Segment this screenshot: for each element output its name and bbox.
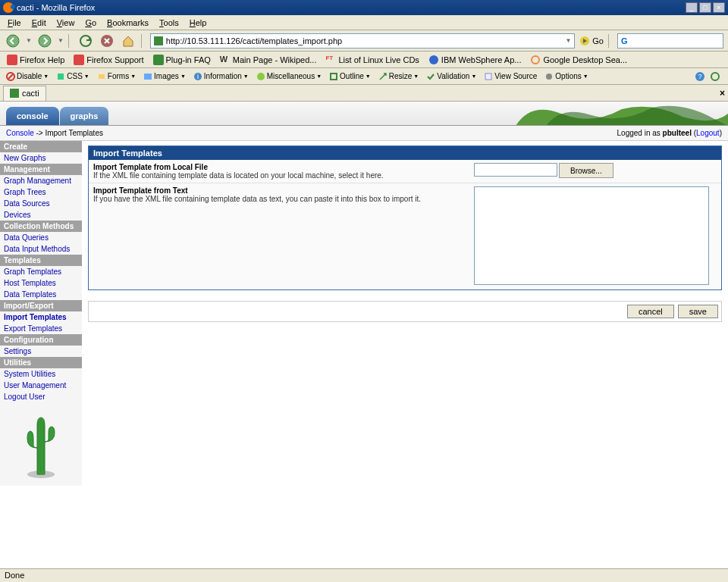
back-button[interactable]: [5, 33, 21, 49]
svg-point-18: [257, 73, 265, 80]
sidebar-logout-user[interactable]: Logout User: [0, 391, 82, 402]
sidebar-host-templates[interactable]: Host Templates: [0, 277, 82, 289]
tab-bar: cacti ×: [0, 85, 728, 102]
sidebar-data-input[interactable]: Data Input Methods: [0, 243, 82, 255]
bookmark-wikipedia[interactable]: WMain Page - Wikiped...: [216, 53, 321, 67]
sidebar-header-collection: Collection Methods: [0, 221, 82, 232]
menu-go[interactable]: Go: [80, 17, 101, 29]
url-bar[interactable]: ▼: [150, 33, 575, 48]
bookmark-firefox-support[interactable]: Firefox Support: [70, 53, 147, 67]
dev-outline[interactable]: Outline▼: [326, 70, 374, 83]
search-box[interactable]: G: [617, 33, 723, 48]
breadcrumb-current: Import Templates: [45, 129, 103, 137]
svg-rect-7: [74, 55, 84, 65]
close-button[interactable]: ×: [713, 2, 725, 13]
svg-rect-15: [144, 74, 152, 80]
dev-forms[interactable]: Forms▼: [94, 70, 139, 83]
breadcrumb-console[interactable]: Console: [6, 129, 34, 137]
sidebar-graph-management[interactable]: Graph Management: [0, 175, 82, 186]
file-path-input[interactable]: [474, 163, 557, 177]
sidebar-system-utilities[interactable]: System Utilities: [0, 368, 82, 380]
minimize-button[interactable]: _: [686, 2, 698, 13]
bookmark-firefox-help[interactable]: Firefox Help: [3, 53, 68, 67]
svg-point-1: [39, 35, 51, 47]
go-button[interactable]: Go: [579, 36, 604, 46]
sidebar-export-templates[interactable]: Export Templates: [0, 323, 82, 334]
menu-edit[interactable]: Edit: [27, 17, 51, 29]
dev-validation[interactable]: Validation▼: [423, 70, 479, 83]
sidebar-header-management: Management: [0, 164, 82, 175]
forward-button[interactable]: [36, 33, 53, 49]
cacti-tab-graphs[interactable]: graphs: [60, 107, 109, 125]
sidebar-graph-templates[interactable]: Graph Templates: [0, 266, 82, 277]
sidebar-user-management[interactable]: User Management: [0, 380, 82, 391]
sidebar-devices[interactable]: Devices: [0, 209, 82, 221]
bookmark-linux-live[interactable]: FTList of Linux Live CDs: [322, 53, 422, 67]
tab-close-button[interactable]: ×: [720, 88, 725, 99]
logout-link[interactable]: Logout: [696, 129, 720, 137]
sidebar-graph-trees[interactable]: Graph Trees: [0, 186, 82, 198]
svg-rect-8: [153, 55, 164, 65]
browse-button[interactable]: Browse...: [559, 163, 613, 178]
reload-button[interactable]: [77, 33, 94, 49]
url-input[interactable]: [166, 36, 563, 45]
sidebar-header-utilities: Utilities: [0, 357, 82, 368]
browser-tab-cacti[interactable]: cacti: [3, 86, 46, 101]
stop-button[interactable]: [99, 33, 115, 49]
import-panel: Import Templates Import Template from Lo…: [88, 146, 722, 290]
sidebar-import-templates[interactable]: Import Templates: [0, 311, 82, 323]
menu-file[interactable]: File: [3, 17, 26, 29]
text-import-label: Import Template from Text: [93, 186, 188, 195]
template-text-input[interactable]: [474, 186, 709, 285]
cancel-button[interactable]: cancel: [627, 305, 674, 318]
cacti-tab-console[interactable]: console: [6, 107, 59, 125]
dev-view-source[interactable]: View Source: [481, 70, 540, 83]
home-button[interactable]: [120, 33, 136, 49]
bookmark-google-desktop[interactable]: Google Desktop Sea...: [526, 53, 631, 67]
help-icon[interactable]: ?: [695, 71, 705, 82]
text-import-hint: If you have the XML file containing temp…: [93, 195, 421, 203]
dev-resize[interactable]: Resize▼: [375, 70, 422, 83]
sidebar-data-sources[interactable]: Data Sources: [0, 198, 82, 209]
menu-tools[interactable]: Tools: [155, 17, 184, 29]
tab-label: cacti: [22, 89, 39, 98]
bookmark-websphere[interactable]: IBM WebSphere Ap...: [425, 53, 526, 67]
svg-point-24: [711, 73, 719, 80]
svg-point-0: [7, 35, 19, 47]
panel-title: Import Templates: [89, 146, 721, 160]
firefox-icon: [3, 2, 14, 13]
svg-rect-4: [154, 36, 163, 45]
cactus-logo: [18, 410, 64, 478]
cacti-favicon: [154, 36, 163, 45]
menu-view[interactable]: View: [52, 17, 80, 29]
maximize-button[interactable]: □: [699, 2, 711, 13]
main-content: Import Templates Import Template from Lo…: [82, 141, 728, 486]
save-button[interactable]: save: [678, 305, 718, 318]
dev-disable[interactable]: Disable▼: [3, 70, 52, 83]
bookmark-plugin-faq[interactable]: Plug-in FAQ: [149, 53, 215, 67]
status-bar: Done: [0, 568, 728, 582]
sidebar-new-graphs[interactable]: New Graphs: [0, 152, 82, 164]
dev-miscellaneous[interactable]: Miscellaneous▼: [253, 70, 325, 83]
svg-rect-20: [485, 74, 491, 80]
sidebar-settings[interactable]: Settings: [0, 346, 82, 357]
svg-rect-14: [99, 74, 105, 79]
sidebar-data-templates[interactable]: Data Templates: [0, 289, 82, 300]
menu-bookmarks[interactable]: Bookmarks: [102, 17, 153, 29]
refresh-icon[interactable]: [710, 71, 720, 82]
dev-images[interactable]: Images▼: [140, 70, 189, 83]
dev-css[interactable]: CSS▼: [53, 70, 93, 83]
dev-information[interactable]: iInformation▼: [190, 70, 252, 83]
breadcrumb-bar: Console -> Import Templates Logged in as…: [0, 126, 728, 141]
bookmarks-toolbar: Firefox Help Firefox Support Plug-in FAQ…: [0, 52, 728, 68]
sidebar-data-queries[interactable]: Data Queries: [0, 232, 82, 243]
dev-options[interactable]: Options▼: [541, 70, 591, 83]
webdev-toolbar: Disable▼ CSS▼ Forms▼ Images▼ iInformatio…: [0, 68, 728, 85]
local-file-hint: If the XML file containing template data…: [93, 171, 384, 180]
sidebar: Create New Graphs Management Graph Manag…: [0, 141, 82, 486]
sidebar-header-configuration: Configuration: [0, 334, 82, 346]
login-status: Logged in as pbulteel (Logout): [617, 129, 722, 137]
svg-rect-6: [7, 55, 17, 65]
menu-help[interactable]: Help: [185, 17, 212, 29]
sidebar-header-templates: Templates: [0, 255, 82, 266]
